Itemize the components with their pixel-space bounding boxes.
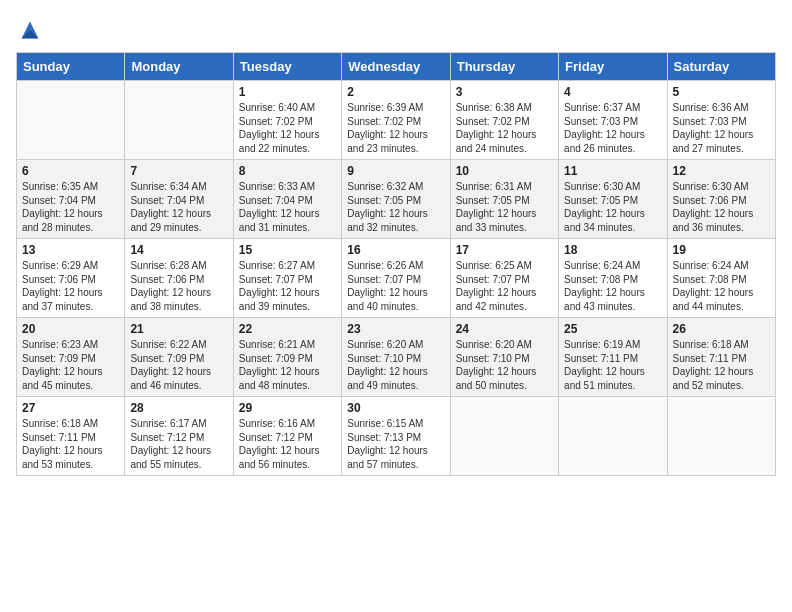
calendar-day-cell: 12Sunrise: 6:30 AM Sunset: 7:06 PM Dayli…	[667, 160, 775, 239]
day-info: Sunrise: 6:16 AM Sunset: 7:12 PM Dayligh…	[239, 417, 336, 471]
day-number: 17	[456, 243, 553, 257]
day-number: 21	[130, 322, 227, 336]
calendar-week-row: 27Sunrise: 6:18 AM Sunset: 7:11 PM Dayli…	[17, 397, 776, 476]
day-info: Sunrise: 6:18 AM Sunset: 7:11 PM Dayligh…	[22, 417, 119, 471]
day-number: 4	[564, 85, 661, 99]
calendar-day-cell: 13Sunrise: 6:29 AM Sunset: 7:06 PM Dayli…	[17, 239, 125, 318]
calendar-day-cell	[559, 397, 667, 476]
header-wednesday: Wednesday	[342, 53, 450, 81]
day-number: 29	[239, 401, 336, 415]
day-number: 10	[456, 164, 553, 178]
day-number: 30	[347, 401, 444, 415]
day-info: Sunrise: 6:15 AM Sunset: 7:13 PM Dayligh…	[347, 417, 444, 471]
day-number: 1	[239, 85, 336, 99]
day-info: Sunrise: 6:27 AM Sunset: 7:07 PM Dayligh…	[239, 259, 336, 313]
calendar-table: SundayMondayTuesdayWednesdayThursdayFrid…	[16, 52, 776, 476]
day-number: 12	[673, 164, 770, 178]
calendar-day-cell: 15Sunrise: 6:27 AM Sunset: 7:07 PM Dayli…	[233, 239, 341, 318]
day-info: Sunrise: 6:35 AM Sunset: 7:04 PM Dayligh…	[22, 180, 119, 234]
calendar-day-cell: 18Sunrise: 6:24 AM Sunset: 7:08 PM Dayli…	[559, 239, 667, 318]
calendar-day-cell: 11Sunrise: 6:30 AM Sunset: 7:05 PM Dayli…	[559, 160, 667, 239]
calendar-day-cell: 25Sunrise: 6:19 AM Sunset: 7:11 PM Dayli…	[559, 318, 667, 397]
calendar-day-cell: 24Sunrise: 6:20 AM Sunset: 7:10 PM Dayli…	[450, 318, 558, 397]
day-info: Sunrise: 6:17 AM Sunset: 7:12 PM Dayligh…	[130, 417, 227, 471]
day-number: 18	[564, 243, 661, 257]
day-number: 23	[347, 322, 444, 336]
day-info: Sunrise: 6:30 AM Sunset: 7:06 PM Dayligh…	[673, 180, 770, 234]
day-info: Sunrise: 6:20 AM Sunset: 7:10 PM Dayligh…	[347, 338, 444, 392]
calendar-day-cell: 8Sunrise: 6:33 AM Sunset: 7:04 PM Daylig…	[233, 160, 341, 239]
calendar-header-row: SundayMondayTuesdayWednesdayThursdayFrid…	[17, 53, 776, 81]
calendar-day-cell	[450, 397, 558, 476]
header-thursday: Thursday	[450, 53, 558, 81]
day-number: 28	[130, 401, 227, 415]
header-friday: Friday	[559, 53, 667, 81]
calendar-day-cell: 26Sunrise: 6:18 AM Sunset: 7:11 PM Dayli…	[667, 318, 775, 397]
day-info: Sunrise: 6:18 AM Sunset: 7:11 PM Dayligh…	[673, 338, 770, 392]
header-saturday: Saturday	[667, 53, 775, 81]
calendar-day-cell: 14Sunrise: 6:28 AM Sunset: 7:06 PM Dayli…	[125, 239, 233, 318]
day-number: 13	[22, 243, 119, 257]
calendar-week-row: 6Sunrise: 6:35 AM Sunset: 7:04 PM Daylig…	[17, 160, 776, 239]
day-info: Sunrise: 6:21 AM Sunset: 7:09 PM Dayligh…	[239, 338, 336, 392]
calendar-week-row: 20Sunrise: 6:23 AM Sunset: 7:09 PM Dayli…	[17, 318, 776, 397]
calendar-day-cell: 21Sunrise: 6:22 AM Sunset: 7:09 PM Dayli…	[125, 318, 233, 397]
calendar-day-cell: 19Sunrise: 6:24 AM Sunset: 7:08 PM Dayli…	[667, 239, 775, 318]
day-number: 6	[22, 164, 119, 178]
day-info: Sunrise: 6:34 AM Sunset: 7:04 PM Dayligh…	[130, 180, 227, 234]
calendar-day-cell: 17Sunrise: 6:25 AM Sunset: 7:07 PM Dayli…	[450, 239, 558, 318]
day-info: Sunrise: 6:24 AM Sunset: 7:08 PM Dayligh…	[564, 259, 661, 313]
day-number: 19	[673, 243, 770, 257]
day-number: 7	[130, 164, 227, 178]
calendar-week-row: 1Sunrise: 6:40 AM Sunset: 7:02 PM Daylig…	[17, 81, 776, 160]
calendar-day-cell: 28Sunrise: 6:17 AM Sunset: 7:12 PM Dayli…	[125, 397, 233, 476]
calendar-day-cell: 20Sunrise: 6:23 AM Sunset: 7:09 PM Dayli…	[17, 318, 125, 397]
header-monday: Monday	[125, 53, 233, 81]
calendar-day-cell: 23Sunrise: 6:20 AM Sunset: 7:10 PM Dayli…	[342, 318, 450, 397]
day-number: 27	[22, 401, 119, 415]
day-info: Sunrise: 6:39 AM Sunset: 7:02 PM Dayligh…	[347, 101, 444, 155]
calendar-day-cell: 3Sunrise: 6:38 AM Sunset: 7:02 PM Daylig…	[450, 81, 558, 160]
day-info: Sunrise: 6:37 AM Sunset: 7:03 PM Dayligh…	[564, 101, 661, 155]
calendar-day-cell: 6Sunrise: 6:35 AM Sunset: 7:04 PM Daylig…	[17, 160, 125, 239]
day-info: Sunrise: 6:38 AM Sunset: 7:02 PM Dayligh…	[456, 101, 553, 155]
day-number: 5	[673, 85, 770, 99]
day-info: Sunrise: 6:24 AM Sunset: 7:08 PM Dayligh…	[673, 259, 770, 313]
calendar-day-cell: 5Sunrise: 6:36 AM Sunset: 7:03 PM Daylig…	[667, 81, 775, 160]
day-number: 25	[564, 322, 661, 336]
calendar-day-cell: 4Sunrise: 6:37 AM Sunset: 7:03 PM Daylig…	[559, 81, 667, 160]
day-number: 22	[239, 322, 336, 336]
page-header	[16, 16, 776, 44]
day-number: 8	[239, 164, 336, 178]
day-number: 2	[347, 85, 444, 99]
calendar-day-cell: 9Sunrise: 6:32 AM Sunset: 7:05 PM Daylig…	[342, 160, 450, 239]
header-tuesday: Tuesday	[233, 53, 341, 81]
calendar-day-cell: 7Sunrise: 6:34 AM Sunset: 7:04 PM Daylig…	[125, 160, 233, 239]
day-info: Sunrise: 6:33 AM Sunset: 7:04 PM Dayligh…	[239, 180, 336, 234]
calendar-day-cell: 16Sunrise: 6:26 AM Sunset: 7:07 PM Dayli…	[342, 239, 450, 318]
calendar-day-cell: 10Sunrise: 6:31 AM Sunset: 7:05 PM Dayli…	[450, 160, 558, 239]
day-number: 9	[347, 164, 444, 178]
day-info: Sunrise: 6:36 AM Sunset: 7:03 PM Dayligh…	[673, 101, 770, 155]
day-info: Sunrise: 6:28 AM Sunset: 7:06 PM Dayligh…	[130, 259, 227, 313]
day-number: 15	[239, 243, 336, 257]
day-number: 14	[130, 243, 227, 257]
day-info: Sunrise: 6:29 AM Sunset: 7:06 PM Dayligh…	[22, 259, 119, 313]
day-number: 24	[456, 322, 553, 336]
header-sunday: Sunday	[17, 53, 125, 81]
day-info: Sunrise: 6:25 AM Sunset: 7:07 PM Dayligh…	[456, 259, 553, 313]
calendar-day-cell: 1Sunrise: 6:40 AM Sunset: 7:02 PM Daylig…	[233, 81, 341, 160]
day-info: Sunrise: 6:20 AM Sunset: 7:10 PM Dayligh…	[456, 338, 553, 392]
day-info: Sunrise: 6:30 AM Sunset: 7:05 PM Dayligh…	[564, 180, 661, 234]
day-info: Sunrise: 6:32 AM Sunset: 7:05 PM Dayligh…	[347, 180, 444, 234]
logo	[16, 16, 48, 44]
calendar-day-cell: 22Sunrise: 6:21 AM Sunset: 7:09 PM Dayli…	[233, 318, 341, 397]
day-info: Sunrise: 6:31 AM Sunset: 7:05 PM Dayligh…	[456, 180, 553, 234]
day-info: Sunrise: 6:19 AM Sunset: 7:11 PM Dayligh…	[564, 338, 661, 392]
calendar-day-cell: 30Sunrise: 6:15 AM Sunset: 7:13 PM Dayli…	[342, 397, 450, 476]
calendar-day-cell	[17, 81, 125, 160]
day-number: 11	[564, 164, 661, 178]
logo-icon	[16, 16, 44, 44]
day-number: 20	[22, 322, 119, 336]
calendar-day-cell	[667, 397, 775, 476]
